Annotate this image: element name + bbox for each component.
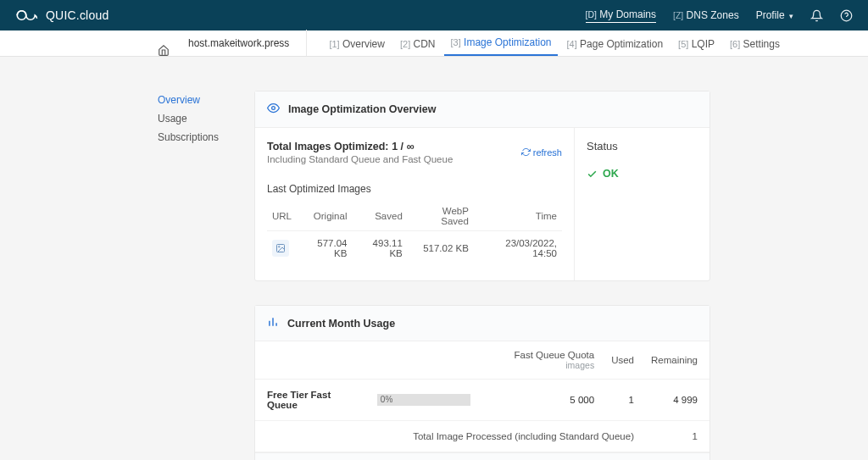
card-usage: Current Month Usage Fast Queue Quota ima… — [254, 305, 710, 460]
eye-icon — [267, 102, 280, 117]
usage-table: Fast Queue Quota images Used Remaining F… — [255, 341, 709, 452]
topbar: QUIC.cloud [D] My Domains [Z] DNS Zones … — [0, 0, 868, 30]
last-title: Last Optimized Images — [267, 183, 562, 195]
sidebar-item-overview[interactable]: Overview — [158, 91, 254, 109]
secondary-nav: host.makeitwork.press [1] Overview[2] CD… — [0, 30, 868, 57]
top-my-domains[interactable]: [D] My Domains — [586, 8, 656, 23]
tab-page-optimization[interactable]: [4] Page Optimization — [559, 31, 670, 56]
top-profile[interactable]: Profile ▾ — [756, 9, 793, 21]
table-row: 577.04 KB 493.11 KB 517.02 KB 23/03/2022… — [267, 231, 562, 266]
refresh-button[interactable]: refresh — [521, 147, 562, 158]
sidebar: OverviewUsageSubscriptions — [0, 91, 254, 460]
total-label: Total Images Optimized: — [267, 141, 389, 152]
sidebar-item-subscriptions[interactable]: Subscriptions — [158, 128, 254, 147]
tab-settings[interactable]: [6] Settings — [723, 31, 787, 56]
domain-selector[interactable]: host.makeitwork.press — [180, 30, 307, 56]
help-icon[interactable] — [840, 9, 853, 22]
total-value: 1 / ∞ — [392, 141, 414, 152]
last-images-table: URLOriginalSavedWebP SavedTime 577.04 KB… — [267, 202, 562, 265]
nav-tabs: [1] Overview[2] CDN[3] Image Optimizatio… — [322, 30, 787, 56]
tab-image-optimization[interactable]: [3] Image Optimization — [444, 30, 559, 56]
image-thumb-icon[interactable] — [272, 240, 289, 257]
chart-icon — [267, 316, 279, 330]
logo-icon — [15, 8, 41, 23]
svg-point-2 — [272, 107, 275, 110]
tab-overview[interactable]: [1] Overview — [322, 31, 392, 56]
status-label: Status — [587, 140, 698, 152]
table-row: Total Image Processed (including Standar… — [255, 421, 709, 452]
usage-row-label: Free Tier Fast Queue — [255, 380, 372, 421]
svg-point-0 — [17, 11, 26, 20]
check-icon — [587, 169, 598, 180]
svg-point-1 — [841, 10, 852, 21]
sidebar-item-usage[interactable]: Usage — [158, 109, 254, 128]
brand-text: QUIC.cloud — [46, 8, 108, 22]
tab-lqip[interactable]: [5] LQIP — [671, 31, 721, 56]
bell-icon[interactable] — [810, 9, 823, 22]
svg-point-4 — [279, 247, 281, 248]
brand[interactable]: QUIC.cloud — [15, 8, 108, 23]
refresh-icon — [521, 147, 531, 157]
card-overview: Image Optimization Overview Total Images… — [254, 91, 710, 281]
status-value: OK — [587, 168, 698, 180]
card-overview-title: Image Optimization Overview — [288, 103, 436, 115]
home-icon[interactable] — [158, 44, 180, 56]
total-sub: Including Standard Queue and Fast Queue — [267, 154, 453, 164]
usage-bar: 0% — [377, 394, 470, 406]
card-usage-title: Current Month Usage — [287, 318, 395, 330]
tab-cdn[interactable]: [2] CDN — [393, 31, 442, 56]
table-row: Free Tier Fast Queue 0% 5 000 1 4 999 — [255, 380, 709, 421]
top-dns-zones[interactable]: [Z] DNS Zones — [673, 9, 739, 21]
